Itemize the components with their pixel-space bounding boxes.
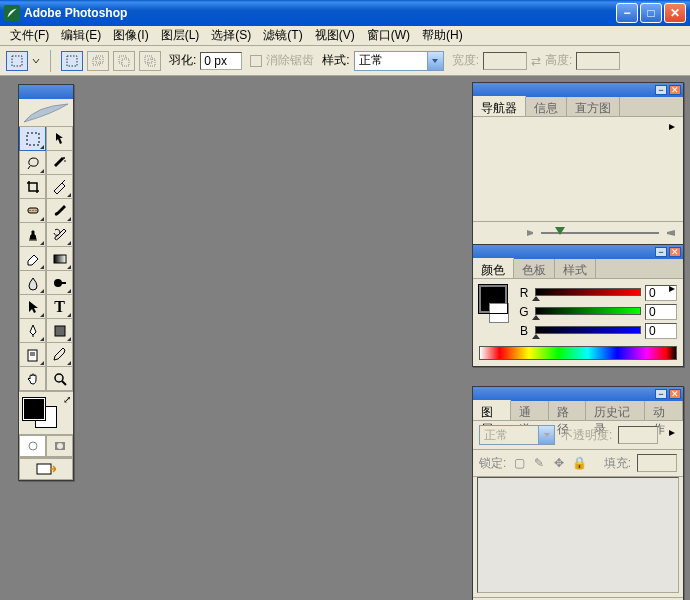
panel-close-button[interactable]: ✕ (669, 247, 681, 257)
brush-tool[interactable] (46, 199, 73, 223)
window-titlebar: Adobe Photoshop − □ ✕ (0, 0, 690, 26)
panel-drag-handle[interactable] (19, 85, 73, 99)
selection-new-icon[interactable] (61, 51, 83, 71)
panel-menu-icon[interactable]: ▸ (665, 425, 679, 439)
tab-info[interactable]: 信息 (526, 97, 567, 116)
tab-histogram[interactable]: 直方图 (567, 97, 620, 116)
feather-input[interactable] (200, 52, 242, 70)
selection-intersect-icon[interactable] (139, 51, 161, 71)
feather-label: 羽化: (169, 52, 196, 69)
tab-styles[interactable]: 样式 (555, 259, 596, 278)
swap-colors-icon[interactable]: ⤢ (63, 394, 71, 405)
eraser-tool[interactable] (19, 247, 46, 271)
tab-history[interactable]: 历史记录 (586, 401, 645, 420)
lasso-tool[interactable] (19, 151, 46, 175)
svg-rect-5 (122, 59, 129, 66)
healing-brush-tool[interactable] (19, 199, 46, 223)
tab-layers[interactable]: 图层 (473, 400, 511, 420)
marquee-tool[interactable] (19, 127, 46, 151)
tab-actions[interactable]: 动作 (645, 401, 683, 420)
chevron-down-icon[interactable] (32, 57, 40, 65)
g-slider[interactable] (535, 307, 641, 317)
menu-layer[interactable]: 图层(L) (155, 25, 206, 46)
gradient-tool[interactable] (46, 247, 73, 271)
opacity-label: 不透明度: (561, 427, 612, 444)
lock-position-icon: ✥ (552, 456, 566, 470)
move-tool[interactable] (46, 127, 73, 151)
jump-to-button[interactable] (19, 458, 73, 480)
crop-tool[interactable] (19, 175, 46, 199)
menu-select[interactable]: 选择(S) (205, 25, 257, 46)
menu-edit[interactable]: 编辑(E) (55, 25, 107, 46)
shape-tool[interactable] (46, 319, 73, 343)
blur-tool[interactable] (19, 271, 46, 295)
zoom-percent-field[interactable] (479, 225, 519, 241)
quickmask-mode-button[interactable] (46, 435, 73, 457)
zoom-in-icon[interactable] (665, 228, 677, 238)
tab-swatches[interactable]: 色板 (514, 259, 555, 278)
r-slider[interactable] (535, 288, 641, 298)
panel-drag-handle[interactable]: − ✕ (473, 245, 683, 259)
panel-minimize-button[interactable]: − (655, 389, 667, 399)
layers-panel: − ✕ 图层 通道 路径 历史记录 动作 ▸ 正常 不透明度: 锁定: ▢ ✎ … (472, 386, 684, 600)
hand-tool[interactable] (19, 367, 46, 391)
g-input[interactable] (645, 304, 677, 320)
blend-mode-value: 正常 (484, 427, 508, 444)
tab-paths[interactable]: 路径 (549, 401, 587, 420)
zoom-slider[interactable] (541, 230, 659, 236)
tab-navigator[interactable]: 导航器 (473, 96, 526, 116)
antialias-label: 消除锯齿 (266, 52, 314, 69)
eyedropper-tool[interactable] (46, 343, 73, 367)
panel-drag-handle[interactable]: − ✕ (473, 83, 683, 97)
history-brush-tool[interactable] (46, 223, 73, 247)
close-button[interactable]: ✕ (664, 3, 686, 23)
menu-image[interactable]: 图像(I) (107, 25, 154, 46)
fill-label: 填充: (604, 455, 631, 472)
panel-menu-icon[interactable]: ▸ (665, 119, 679, 133)
minimize-button[interactable]: − (616, 3, 638, 23)
menu-filter[interactable]: 滤镜(T) (257, 25, 308, 46)
width-field (483, 52, 527, 70)
layers-list[interactable] (477, 477, 679, 593)
maximize-button[interactable]: □ (640, 3, 662, 23)
panel-drag-handle[interactable]: − ✕ (473, 387, 683, 401)
svg-point-10 (64, 160, 66, 162)
type-tool[interactable]: T (46, 295, 73, 319)
panel-minimize-button[interactable]: − (655, 247, 667, 257)
selection-subtract-icon[interactable] (113, 51, 135, 71)
menu-file[interactable]: 文件(F) (4, 25, 55, 46)
panel-minimize-button[interactable]: − (655, 85, 667, 95)
height-field (576, 52, 620, 70)
path-selection-tool[interactable] (19, 295, 46, 319)
zoom-out-icon[interactable] (525, 228, 535, 238)
panel-close-button[interactable]: ✕ (669, 389, 681, 399)
menu-view[interactable]: 视图(V) (309, 25, 361, 46)
b-input[interactable] (645, 323, 677, 339)
background-color-swatch[interactable] (489, 303, 509, 323)
foreground-color-swatch[interactable] (23, 398, 45, 420)
notes-tool[interactable] (19, 343, 46, 367)
zoom-tool[interactable] (46, 367, 73, 391)
swap-dimensions-icon: ⇄ (531, 54, 541, 68)
app-icon (4, 5, 20, 21)
svg-point-24 (29, 442, 37, 450)
magic-wand-tool[interactable] (46, 151, 73, 175)
marquee-tool-preset-icon[interactable] (6, 51, 28, 71)
b-label: B (517, 324, 531, 338)
tab-color[interactable]: 颜色 (473, 258, 514, 278)
style-combo[interactable]: 正常 (354, 51, 444, 71)
b-slider[interactable] (535, 326, 641, 336)
chevron-down-icon[interactable] (427, 52, 443, 70)
tab-channels[interactable]: 通道 (511, 401, 549, 420)
slice-tool[interactable] (46, 175, 73, 199)
panel-close-button[interactable]: ✕ (669, 85, 681, 95)
menu-help[interactable]: 帮助(H) (416, 25, 469, 46)
panel-menu-icon[interactable]: ▸ (665, 281, 679, 295)
selection-add-icon[interactable] (87, 51, 109, 71)
clone-stamp-tool[interactable] (19, 223, 46, 247)
dodge-tool[interactable] (46, 271, 73, 295)
menu-window[interactable]: 窗口(W) (361, 25, 416, 46)
color-spectrum[interactable] (479, 346, 677, 360)
standard-mode-button[interactable] (19, 435, 46, 457)
pen-tool[interactable] (19, 319, 46, 343)
